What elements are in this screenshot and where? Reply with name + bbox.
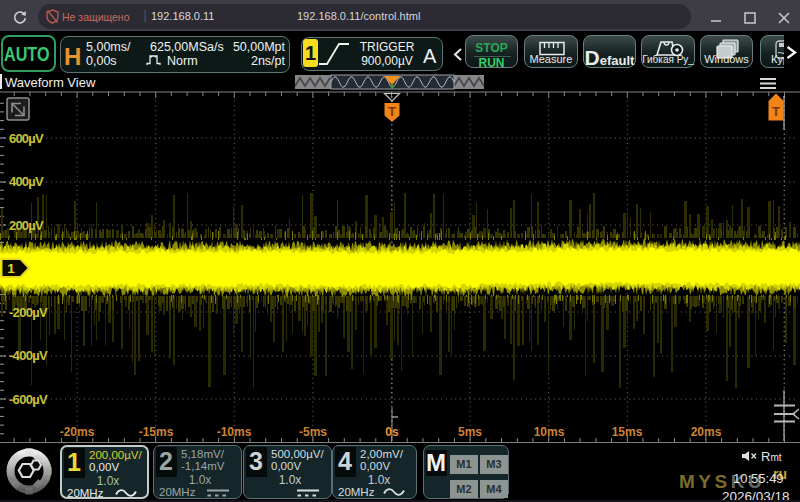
svg-text:600µV: 600µV — [9, 131, 44, 146]
svg-text:400µV: 400µV — [9, 174, 44, 189]
svg-text:T: T — [772, 104, 780, 119]
svg-text:-600µV: -600µV — [9, 392, 48, 407]
svg-text:-400µV: -400µV — [9, 348, 48, 363]
svg-text:0s: 0s — [385, 425, 399, 439]
svg-text:200µV: 200µV — [9, 218, 44, 233]
svg-text:T: T — [388, 104, 396, 119]
svg-text:-200µV: -200µV — [9, 305, 48, 320]
svg-text:1: 1 — [7, 261, 15, 276]
